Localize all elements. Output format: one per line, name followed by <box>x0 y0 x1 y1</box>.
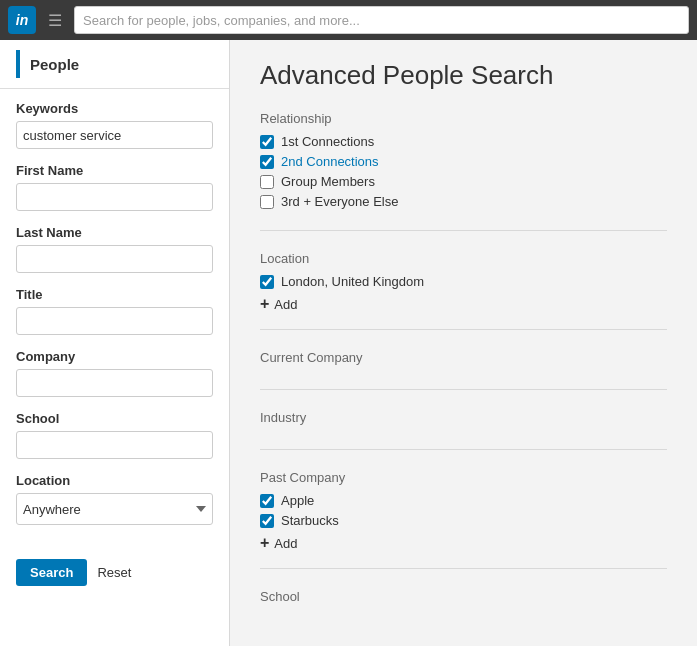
sidebar-people-label: People <box>30 56 79 73</box>
relationship-item-2: 2nd Connections <box>260 154 667 169</box>
school-group: School <box>16 411 213 459</box>
location-item-1: London, United Kingdom <box>260 274 667 289</box>
rel4-checkbox[interactable] <box>260 195 274 209</box>
title-label: Title <box>16 287 213 302</box>
rel2-label[interactable]: 2nd Connections <box>281 154 379 169</box>
sidebar-nav-people[interactable]: People <box>0 40 229 89</box>
industry-section-title: Industry <box>260 410 667 425</box>
nav-indicator <box>16 50 20 78</box>
search-button[interactable]: Search <box>16 559 87 586</box>
loc1-checkbox[interactable] <box>260 275 274 289</box>
keywords-input[interactable] <box>16 121 213 149</box>
past-company-item-2: Starbucks <box>260 513 667 528</box>
location-add-label: Add <box>274 297 297 312</box>
global-search-bar[interactable]: Search for people, jobs, companies, and … <box>74 6 689 34</box>
global-search-placeholder: Search for people, jobs, companies, and … <box>83 13 360 28</box>
header: in ☰ Search for people, jobs, companies,… <box>0 0 697 40</box>
keywords-group: Keywords <box>16 101 213 149</box>
location-section-title: Location <box>260 251 667 266</box>
past-company-section: Past Company Apple Starbucks + Add <box>260 470 667 569</box>
rel3-label[interactable]: Group Members <box>281 174 375 189</box>
pc1-checkbox[interactable] <box>260 494 274 508</box>
school-label: School <box>16 411 213 426</box>
loc1-label[interactable]: London, United Kingdom <box>281 274 424 289</box>
relationship-item-3: Group Members <box>260 174 667 189</box>
past-company-add-label: Add <box>274 536 297 551</box>
last-name-input[interactable] <box>16 245 213 273</box>
relationship-item-1: 1st Connections <box>260 134 667 149</box>
current-company-section-title: Current Company <box>260 350 667 365</box>
first-name-input[interactable] <box>16 183 213 211</box>
location-group: Location Anywhere London, United Kingdom… <box>16 473 213 525</box>
relationship-item-4: 3rd + Everyone Else <box>260 194 667 209</box>
school-section-title: School <box>260 589 667 604</box>
relationship-section: Relationship 1st Connections 2nd Connect… <box>260 111 667 231</box>
current-company-section: Current Company <box>260 350 667 390</box>
sidebar-buttons: Search Reset <box>0 551 229 602</box>
right-panel: Advanced People Search Relationship 1st … <box>230 40 697 646</box>
pc2-checkbox[interactable] <box>260 514 274 528</box>
rel1-label[interactable]: 1st Connections <box>281 134 374 149</box>
title-group: Title <box>16 287 213 335</box>
last-name-group: Last Name <box>16 225 213 273</box>
past-company-add-plus-icon: + <box>260 534 269 552</box>
industry-section: Industry <box>260 410 667 450</box>
school-section: School <box>260 589 667 628</box>
rel3-checkbox[interactable] <box>260 175 274 189</box>
sidebar: People Keywords First Name Last Name Tit… <box>0 40 230 646</box>
reset-button[interactable]: Reset <box>97 565 131 580</box>
sidebar-form: Keywords First Name Last Name Title Comp… <box>0 89 229 551</box>
title-input[interactable] <box>16 307 213 335</box>
relationship-section-title: Relationship <box>260 111 667 126</box>
rel2-checkbox[interactable] <box>260 155 274 169</box>
linkedin-logo: in <box>8 6 36 34</box>
location-select[interactable]: Anywhere London, United Kingdom New York… <box>16 493 213 525</box>
first-name-group: First Name <box>16 163 213 211</box>
location-label: Location <box>16 473 213 488</box>
rel4-label[interactable]: 3rd + Everyone Else <box>281 194 398 209</box>
main-container: People Keywords First Name Last Name Tit… <box>0 40 697 646</box>
rel1-checkbox[interactable] <box>260 135 274 149</box>
past-company-add-button[interactable]: + Add <box>260 534 667 552</box>
location-section: Location London, United Kingdom + Add <box>260 251 667 330</box>
pc2-label[interactable]: Starbucks <box>281 513 339 528</box>
past-company-item-1: Apple <box>260 493 667 508</box>
past-company-section-title: Past Company <box>260 470 667 485</box>
first-name-label: First Name <box>16 163 213 178</box>
menu-icon[interactable]: ☰ <box>44 7 66 34</box>
location-add-plus-icon: + <box>260 295 269 313</box>
page-title: Advanced People Search <box>260 60 667 91</box>
company-input[interactable] <box>16 369 213 397</box>
company-group: Company <box>16 349 213 397</box>
last-name-label: Last Name <box>16 225 213 240</box>
pc1-label[interactable]: Apple <box>281 493 314 508</box>
location-add-button[interactable]: + Add <box>260 295 667 313</box>
company-label: Company <box>16 349 213 364</box>
school-input[interactable] <box>16 431 213 459</box>
keywords-label: Keywords <box>16 101 213 116</box>
